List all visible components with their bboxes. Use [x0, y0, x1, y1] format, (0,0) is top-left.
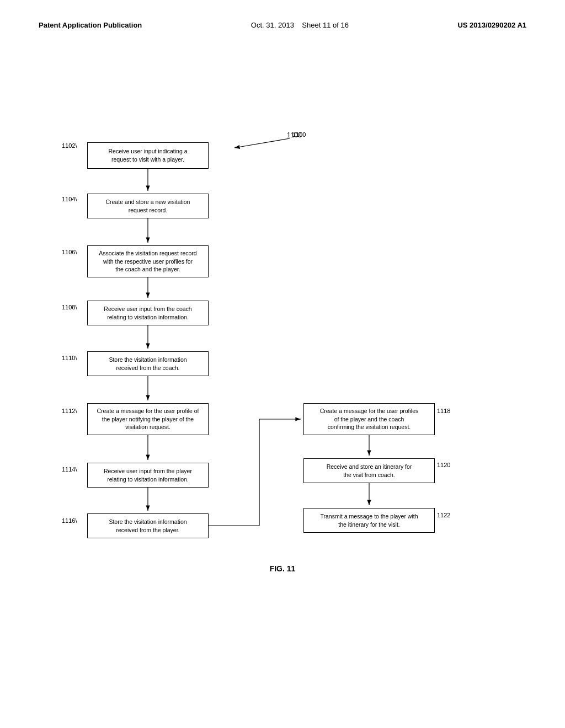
- svg-line-10: [234, 138, 290, 148]
- box-1114: Receive user input from the playerrelati…: [87, 463, 209, 488]
- label-1106: 1106\: [62, 249, 77, 255]
- box-1118: Create a message for the user profilesof…: [303, 403, 435, 435]
- box-1102: Receive user input indicating arequest t…: [87, 142, 209, 169]
- label-1116: 1116\: [62, 517, 77, 524]
- header-sheet: Sheet 11 of 16: [302, 21, 349, 29]
- box-1122: Transmit a message to the player withthe…: [303, 508, 435, 533]
- box-1112: Create a message for the user profile of…: [87, 403, 209, 435]
- box-1116: Store the visitation informationreceived…: [87, 513, 209, 538]
- diagram-ref-1100: 1100: [292, 131, 306, 138]
- label-1102: 1102\: [62, 142, 77, 149]
- header: Patent Application Publication Oct. 31, …: [22, 11, 543, 29]
- box-1110: Store the visitation informationreceived…: [87, 351, 209, 376]
- header-right: US 2013/0290202 A1: [457, 21, 526, 29]
- label-1118: 1118: [437, 408, 450, 414]
- figure-label: FIG. 11: [22, 564, 543, 573]
- box-1104: Create and store a new visitationrequest…: [87, 194, 209, 218]
- label-1110: 1110\: [62, 355, 77, 361]
- box-1120: Receive and store an itinerary forthe vi…: [303, 458, 435, 483]
- label-1108: 1108\: [62, 304, 77, 311]
- label-1122: 1122: [437, 512, 450, 518]
- header-date: Oct. 31, 2013: [251, 21, 294, 29]
- label-1104: 1104\: [62, 196, 77, 202]
- header-left: Patent Application Publication: [39, 21, 142, 29]
- header-center: Oct. 31, 2013 Sheet 11 of 16: [251, 21, 349, 29]
- box-1108: Receive user input from the coachrelatin…: [87, 301, 209, 325]
- label-1114: 1114\: [62, 466, 77, 473]
- page: Patent Application Publication Oct. 31, …: [0, 0, 565, 728]
- box-1106: Associate the visitation request recordw…: [87, 245, 209, 277]
- label-1112: 1112\: [62, 408, 77, 414]
- label-1120: 1120: [437, 462, 450, 468]
- diagram-area: 1100 1102\ Receive user input indicating…: [22, 46, 543, 570]
